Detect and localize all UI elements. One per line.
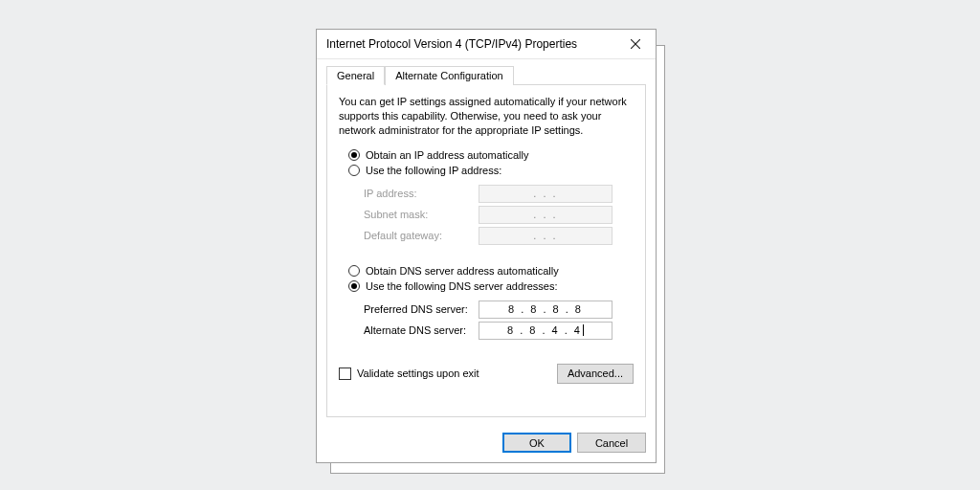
dns-manual-label: Use the following DNS server addresses: xyxy=(366,280,558,292)
advanced-button[interactable]: Advanced... xyxy=(557,364,634,384)
dialog-title: Internet Protocol Version 4 (TCP/IPv4) P… xyxy=(326,37,617,51)
ip-manual-label: Use the following IP address: xyxy=(366,165,501,176)
default-gateway-row: Default gateway: . . . xyxy=(364,227,634,245)
dns-auto-label: Obtain DNS server address automatically xyxy=(366,265,559,277)
dns-auto-radio-row[interactable]: Obtain DNS server address automatically xyxy=(348,265,634,277)
radio-icon xyxy=(348,149,360,161)
ip-auto-radio-row[interactable]: Obtain an IP address automatically xyxy=(348,149,634,161)
alternate-dns-row: Alternate DNS server: 8 . 8 . 4 . 4 xyxy=(364,322,634,340)
checkbox-icon xyxy=(339,368,351,380)
titlebar: Internet Protocol Version 4 (TCP/IPv4) P… xyxy=(317,30,656,59)
ip-address-row: IP address: . . . xyxy=(364,185,634,203)
panel-bottom-row: Validate settings upon exit Advanced... xyxy=(339,364,634,384)
cancel-button[interactable]: Cancel xyxy=(577,433,646,453)
dns-manual-radio-row[interactable]: Use the following DNS server addresses: xyxy=(348,280,634,292)
close-icon xyxy=(631,39,640,49)
tabstrip: General Alternate Configuration xyxy=(326,65,646,84)
ip-address-label: IP address: xyxy=(364,188,479,199)
ipv4-properties-dialog: Internet Protocol Version 4 (TCP/IPv4) P… xyxy=(316,29,657,463)
tab-alternate-configuration[interactable]: Alternate Configuration xyxy=(385,66,514,85)
default-gateway-input: . . . xyxy=(479,227,612,245)
ip-auto-label: Obtain an IP address automatically xyxy=(366,149,528,161)
subnet-mask-row: Subnet mask: . . . xyxy=(364,206,634,224)
dialog-footer: OK Cancel xyxy=(317,425,656,462)
ip-address-input: . . . xyxy=(479,185,612,203)
alternate-dns-input[interactable]: 8 . 8 . 4 . 4 xyxy=(479,322,612,340)
tab-panel-general: You can get IP settings assigned automat… xyxy=(326,84,646,417)
preferred-dns-label: Preferred DNS server: xyxy=(364,303,479,315)
radio-icon xyxy=(348,265,360,277)
subnet-mask-input: . . . xyxy=(479,206,612,224)
preferred-dns-input[interactable]: 8 . 8 . 8 . 8 xyxy=(479,301,612,319)
validate-label: Validate settings upon exit xyxy=(357,368,479,379)
alternate-dns-label: Alternate DNS server: xyxy=(364,324,479,336)
radio-icon xyxy=(348,165,360,176)
subnet-mask-label: Subnet mask: xyxy=(364,209,479,220)
dialog-body: General Alternate Configuration You can … xyxy=(317,59,656,425)
radio-icon xyxy=(348,280,360,292)
default-gateway-label: Default gateway: xyxy=(364,230,479,241)
ip-manual-radio-row[interactable]: Use the following IP address: xyxy=(348,165,634,176)
validate-checkbox-row[interactable]: Validate settings upon exit xyxy=(339,368,479,380)
preferred-dns-row: Preferred DNS server: 8 . 8 . 8 . 8 xyxy=(364,301,634,319)
close-button[interactable] xyxy=(617,31,654,57)
dns-fields: Preferred DNS server: 8 . 8 . 8 . 8 Alte… xyxy=(364,298,634,343)
ip-fields: IP address: . . . Subnet mask: . . . Def… xyxy=(364,182,634,248)
ok-button[interactable]: OK xyxy=(502,433,571,453)
tab-general[interactable]: General xyxy=(326,66,385,85)
description-text: You can get IP settings assigned automat… xyxy=(339,95,634,138)
